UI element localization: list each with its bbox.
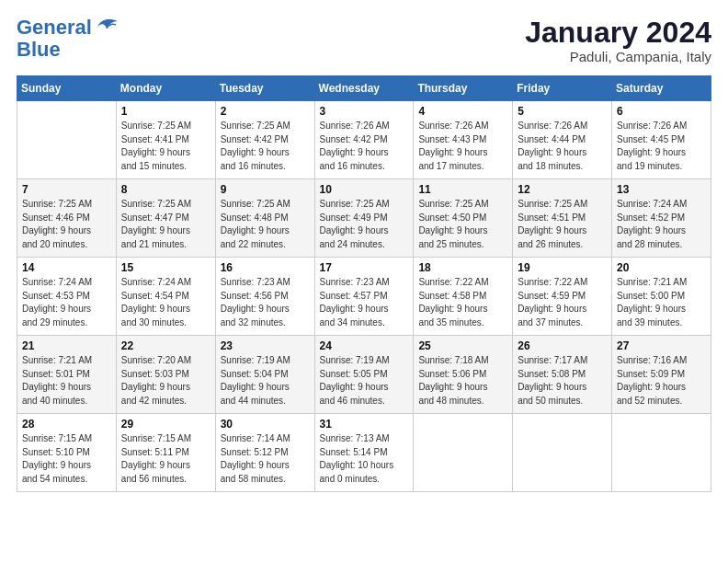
logo-line2: Blue — [17, 39, 61, 61]
day-header-saturday: Saturday — [612, 76, 711, 101]
calendar-cell: 13Sunrise: 7:24 AM Sunset: 4:52 PM Dayli… — [612, 179, 711, 258]
day-info: Sunrise: 7:24 AM Sunset: 4:52 PM Dayligh… — [617, 198, 706, 251]
day-info: Sunrise: 7:25 AM Sunset: 4:46 PM Dayligh… — [22, 198, 111, 251]
calendar-cell: 2Sunrise: 7:25 AM Sunset: 4:42 PM Daylig… — [215, 101, 314, 179]
day-number: 5 — [518, 105, 607, 118]
week-row-2: 7Sunrise: 7:25 AM Sunset: 4:46 PM Daylig… — [17, 179, 711, 258]
calendar-cell: 20Sunrise: 7:21 AM Sunset: 5:00 PM Dayli… — [612, 258, 711, 336]
calendar-cell: 10Sunrise: 7:25 AM Sunset: 4:49 PM Dayli… — [314, 179, 414, 258]
calendar-cell: 15Sunrise: 7:24 AM Sunset: 4:54 PM Dayli… — [116, 258, 215, 336]
day-info: Sunrise: 7:24 AM Sunset: 4:54 PM Dayligh… — [121, 276, 210, 329]
day-number: 12 — [518, 183, 607, 196]
calendar-cell: 31Sunrise: 7:13 AM Sunset: 5:14 PM Dayli… — [314, 414, 414, 492]
day-info: Sunrise: 7:25 AM Sunset: 4:47 PM Dayligh… — [121, 198, 210, 251]
calendar-table: SundayMondayTuesdayWednesdayThursdayFrid… — [17, 75, 711, 492]
day-info: Sunrise: 7:26 AM Sunset: 4:44 PM Dayligh… — [518, 120, 607, 173]
logo: General Blue — [17, 17, 119, 61]
day-header-wednesday: Wednesday — [314, 76, 414, 101]
day-info: Sunrise: 7:25 AM Sunset: 4:48 PM Dayligh… — [221, 198, 310, 251]
page: General Blue January 2024 Paduli, Campan… — [0, 0, 728, 563]
day-number: 22 — [121, 339, 210, 352]
day-number: 8 — [121, 183, 210, 196]
calendar-cell: 12Sunrise: 7:25 AM Sunset: 4:51 PM Dayli… — [513, 179, 612, 258]
day-info: Sunrise: 7:26 AM Sunset: 4:42 PM Dayligh… — [320, 120, 409, 173]
day-number: 3 — [320, 105, 409, 118]
calendar-cell: 3Sunrise: 7:26 AM Sunset: 4:42 PM Daylig… — [314, 101, 414, 179]
day-number: 31 — [320, 418, 409, 431]
month-title: January 2024 — [525, 17, 711, 49]
week-row-3: 14Sunrise: 7:24 AM Sunset: 4:53 PM Dayli… — [17, 258, 711, 336]
calendar-cell: 6Sunrise: 7:26 AM Sunset: 4:45 PM Daylig… — [612, 101, 711, 179]
day-info: Sunrise: 7:18 AM Sunset: 5:06 PM Dayligh… — [418, 354, 507, 408]
day-info: Sunrise: 7:15 AM Sunset: 5:10 PM Dayligh… — [22, 432, 111, 486]
day-number: 27 — [617, 339, 706, 352]
day-info: Sunrise: 7:22 AM Sunset: 4:58 PM Dayligh… — [418, 276, 507, 329]
day-info: Sunrise: 7:24 AM Sunset: 4:53 PM Dayligh… — [22, 276, 111, 329]
calendar-cell: 27Sunrise: 7:16 AM Sunset: 5:09 PM Dayli… — [612, 336, 711, 414]
day-number: 14 — [22, 261, 111, 274]
day-number: 26 — [518, 339, 607, 352]
day-number: 10 — [320, 183, 409, 196]
day-info: Sunrise: 7:19 AM Sunset: 5:04 PM Dayligh… — [221, 354, 310, 408]
calendar-cell: 11Sunrise: 7:25 AM Sunset: 4:50 PM Dayli… — [414, 179, 513, 258]
day-info: Sunrise: 7:25 AM Sunset: 4:49 PM Dayligh… — [320, 198, 409, 251]
day-number: 6 — [617, 105, 706, 118]
day-number: 1 — [121, 105, 210, 118]
calendar-cell: 18Sunrise: 7:22 AM Sunset: 4:58 PM Dayli… — [414, 258, 513, 336]
calendar-cell: 28Sunrise: 7:15 AM Sunset: 5:10 PM Dayli… — [17, 414, 117, 492]
day-info: Sunrise: 7:26 AM Sunset: 4:45 PM Dayligh… — [617, 120, 706, 173]
header-row: SundayMondayTuesdayWednesdayThursdayFrid… — [17, 76, 711, 101]
day-info: Sunrise: 7:25 AM Sunset: 4:50 PM Dayligh… — [418, 198, 507, 251]
day-number: 18 — [418, 261, 507, 274]
calendar-cell: 9Sunrise: 7:25 AM Sunset: 4:48 PM Daylig… — [215, 179, 314, 258]
day-number: 13 — [617, 183, 706, 196]
calendar-cell: 19Sunrise: 7:22 AM Sunset: 4:59 PM Dayli… — [513, 258, 612, 336]
day-info: Sunrise: 7:21 AM Sunset: 5:01 PM Dayligh… — [22, 354, 111, 408]
day-number: 24 — [320, 339, 409, 352]
day-info: Sunrise: 7:23 AM Sunset: 4:56 PM Dayligh… — [221, 276, 310, 329]
day-header-thursday: Thursday — [414, 76, 513, 101]
calendar-cell: 21Sunrise: 7:21 AM Sunset: 5:01 PM Dayli… — [17, 336, 117, 414]
calendar-cell: 30Sunrise: 7:14 AM Sunset: 5:12 PM Dayli… — [215, 414, 314, 492]
calendar-cell — [612, 414, 711, 492]
day-info: Sunrise: 7:16 AM Sunset: 5:09 PM Dayligh… — [617, 354, 706, 408]
calendar-cell: 22Sunrise: 7:20 AM Sunset: 5:03 PM Dayli… — [116, 336, 215, 414]
day-info: Sunrise: 7:21 AM Sunset: 5:00 PM Dayligh… — [617, 276, 706, 329]
calendar-cell — [17, 101, 117, 179]
calendar-cell: 29Sunrise: 7:15 AM Sunset: 5:11 PM Dayli… — [116, 414, 215, 492]
day-info: Sunrise: 7:25 AM Sunset: 4:51 PM Dayligh… — [518, 198, 607, 251]
day-number: 21 — [22, 339, 111, 352]
week-row-4: 21Sunrise: 7:21 AM Sunset: 5:01 PM Dayli… — [17, 336, 711, 414]
day-info: Sunrise: 7:13 AM Sunset: 5:14 PM Dayligh… — [320, 432, 409, 486]
location: Paduli, Campania, Italy — [525, 49, 711, 64]
week-row-5: 28Sunrise: 7:15 AM Sunset: 5:10 PM Dayli… — [17, 414, 711, 492]
header: General Blue January 2024 Paduli, Campan… — [17, 17, 711, 64]
day-number: 17 — [320, 261, 409, 274]
week-row-1: 1Sunrise: 7:25 AM Sunset: 4:41 PM Daylig… — [17, 101, 711, 179]
day-number: 11 — [418, 183, 507, 196]
day-number: 23 — [221, 339, 310, 352]
day-number: 7 — [22, 183, 111, 196]
day-info: Sunrise: 7:15 AM Sunset: 5:11 PM Dayligh… — [121, 432, 210, 486]
calendar-cell: 26Sunrise: 7:17 AM Sunset: 5:08 PM Dayli… — [513, 336, 612, 414]
calendar-cell: 8Sunrise: 7:25 AM Sunset: 4:47 PM Daylig… — [116, 179, 215, 258]
day-header-monday: Monday — [116, 76, 215, 101]
day-number: 20 — [617, 261, 706, 274]
calendar-cell: 16Sunrise: 7:23 AM Sunset: 4:56 PM Dayli… — [215, 258, 314, 336]
day-info: Sunrise: 7:19 AM Sunset: 5:05 PM Dayligh… — [320, 354, 409, 408]
day-number: 30 — [221, 418, 310, 431]
calendar-cell — [414, 414, 513, 492]
logo-bird-icon — [94, 14, 119, 39]
calendar-cell: 7Sunrise: 7:25 AM Sunset: 4:46 PM Daylig… — [17, 179, 117, 258]
day-header-friday: Friday — [513, 76, 612, 101]
day-number: 28 — [22, 418, 111, 431]
day-info: Sunrise: 7:14 AM Sunset: 5:12 PM Dayligh… — [221, 432, 310, 486]
day-number: 4 — [418, 105, 507, 118]
calendar-cell: 4Sunrise: 7:26 AM Sunset: 4:43 PM Daylig… — [414, 101, 513, 179]
day-number: 2 — [221, 105, 310, 118]
calendar-cell: 17Sunrise: 7:23 AM Sunset: 4:57 PM Dayli… — [314, 258, 414, 336]
day-number: 29 — [121, 418, 210, 431]
calendar-cell: 24Sunrise: 7:19 AM Sunset: 5:05 PM Dayli… — [314, 336, 414, 414]
day-info: Sunrise: 7:20 AM Sunset: 5:03 PM Dayligh… — [121, 354, 210, 408]
calendar-cell: 5Sunrise: 7:26 AM Sunset: 4:44 PM Daylig… — [513, 101, 612, 179]
